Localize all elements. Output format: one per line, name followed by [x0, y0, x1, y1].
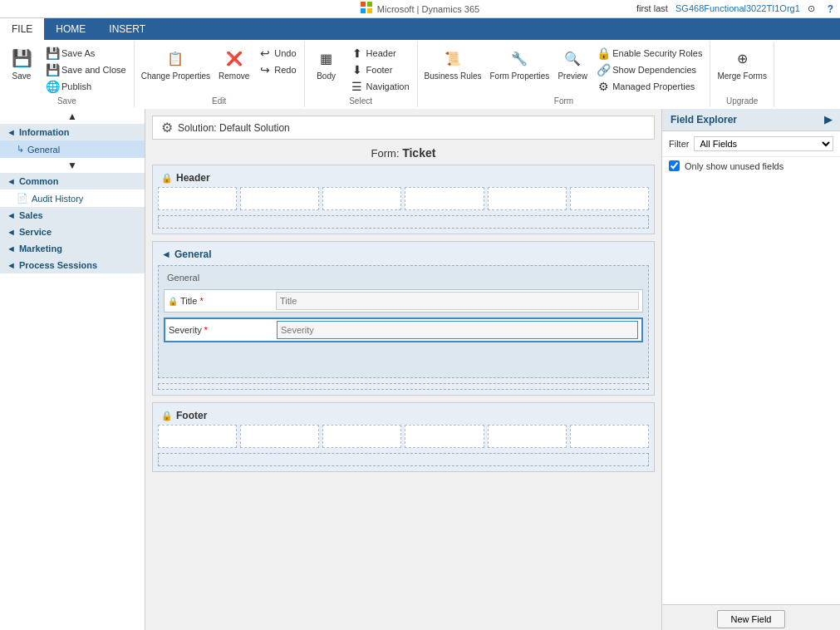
unused-fields-row: Only show unused fields [662, 157, 840, 175]
unused-fields-checkbox[interactable] [669, 160, 680, 171]
publish-icon: 🌐 [46, 80, 59, 93]
audit-history-icon: 📄 [17, 193, 28, 204]
nav-section-sales[interactable]: ◄ Sales [0, 207, 145, 224]
body-button[interactable]: ▦ Body [308, 43, 345, 83]
filter-select[interactable]: All FieldsRequired FieldsCustom Fields [694, 136, 833, 151]
managed-properties-button[interactable]: ⚙ Managed Properties [594, 78, 705, 95]
header-cell-4[interactable] [405, 187, 484, 210]
ribbon-group-upgrade: ⊕ Merge Forms Upgrade [710, 42, 774, 107]
enable-security-button[interactable]: 🔒 Enable Security Roles [594, 45, 705, 62]
user-settings-icon[interactable]: ⊙ [808, 3, 815, 13]
tab-home[interactable]: HOME [44, 18, 97, 40]
merge-forms-label: Merge Forms [717, 71, 766, 81]
brand-text: Microsoft | Dynamics 365 [377, 4, 479, 14]
nav-section-common[interactable]: ◄ Common [0, 173, 145, 189]
solution-bar: ⚙ Solution: Default Solution [152, 116, 655, 140]
svg-rect-2 [361, 8, 366, 13]
preview-button[interactable]: 🔍 Preview [554, 43, 591, 83]
nav-item-audit-history[interactable]: 📄 Audit History [0, 189, 145, 207]
save-close-button[interactable]: 💾 Save and Close [43, 62, 129, 78]
footer-cell-2[interactable] [240, 425, 319, 448]
header-button[interactable]: ⬆ Header [348, 45, 412, 62]
general-arrow-icon: ◄ [161, 249, 171, 260]
ribbon-group-select: ▦ Body ⬆ Header ⬇ Footer ☰ Navigation Se… [305, 42, 418, 107]
header-cell-5[interactable] [488, 187, 567, 210]
nav-arrow-sales: ◄ [7, 210, 16, 220]
form-properties-icon: 🔧 [506, 45, 533, 71]
header-bottom-strip [158, 215, 649, 229]
form-title-bar: Form: Ticket [152, 143, 655, 165]
publish-button[interactable]: 🌐 Publish [43, 78, 129, 95]
svg-rect-0 [361, 2, 366, 7]
unused-fields-label: Only show unused fields [685, 161, 784, 171]
app-brand: Microsoft | Dynamics 365 [361, 2, 479, 16]
nav-scroll-info-down[interactable]: ▼ [0, 158, 145, 173]
severity-input[interactable] [277, 321, 638, 339]
undo-redo-col: ↩ Undo ↪ Redo [254, 43, 300, 80]
header-footer-col: ⬆ Header ⬇ Footer ☰ Navigation [346, 43, 414, 96]
footer-section: 🔒 Footer [152, 402, 655, 472]
save-button[interactable]: 💾 Save [3, 43, 40, 83]
title-required: * [199, 296, 203, 306]
nav-item-general[interactable]: ↳ General [0, 140, 145, 158]
footer-cell-6[interactable] [570, 425, 649, 448]
nav-section-marketing[interactable]: ◄ Marketing [0, 240, 145, 257]
nav-arrow-process: ◄ [7, 260, 16, 270]
save-as-button[interactable]: 💾 Save As [43, 45, 129, 62]
severity-required: * [204, 325, 208, 335]
ribbon-group-save: 💾 Save 💾 Save As 💾 Save and Close 🌐 Publ… [0, 42, 135, 107]
header-section: 🔒 Header [152, 165, 655, 234]
nav-section-service[interactable]: ◄ Service [0, 224, 145, 240]
nav-arrow-service: ◄ [7, 227, 16, 237]
change-props-icon: 📋 [162, 45, 189, 71]
change-props-button[interactable]: 📋 Change Properties [138, 43, 214, 83]
nav-arrow-info: ◄ [7, 127, 16, 137]
general-section: ◄ General General 🔒 Title * Se [152, 241, 655, 396]
body-label: Body [317, 71, 336, 81]
remove-button[interactable]: ❌ Remove [215, 43, 253, 83]
header-cell-1[interactable] [158, 187, 237, 210]
footer-cell-5[interactable] [488, 425, 567, 448]
title-field-row[interactable]: 🔒 Title * [164, 289, 643, 313]
title-input[interactable] [276, 292, 639, 310]
nav-section-process-sessions[interactable]: ◄ Process Sessions [0, 257, 145, 273]
filter-label: Filter [669, 139, 689, 149]
severity-field-row[interactable]: Severity * [164, 317, 643, 342]
severity-field-label: Severity * [169, 325, 277, 335]
form-name: Ticket [402, 146, 435, 160]
nav-scroll-up[interactable]: ▲ [0, 109, 145, 124]
show-dependencies-button[interactable]: 🔗 Show Dependencies [594, 62, 705, 78]
merge-forms-button[interactable]: ⊕ Merge Forms [714, 43, 769, 83]
dependencies-icon: 🔗 [597, 63, 610, 76]
select-group-label: Select [349, 96, 372, 107]
header-cell-6[interactable] [570, 187, 649, 210]
solution-text: Solution: Default Solution [178, 122, 290, 134]
footer-cell-4[interactable] [405, 425, 484, 448]
undo-button[interactable]: ↩ Undo [256, 45, 298, 62]
svg-rect-3 [367, 8, 372, 13]
svg-rect-1 [367, 2, 372, 7]
footer-cell-1[interactable] [158, 425, 237, 448]
form-properties-button[interactable]: 🔧 Form Properties [487, 43, 553, 83]
new-field-button[interactable]: New Field [717, 610, 786, 628]
help-button[interactable]: ? [828, 3, 833, 15]
save-close-icon: 💾 [46, 63, 59, 76]
merge-forms-icon: ⊕ [729, 45, 755, 71]
navigation-button[interactable]: ☰ Navigation [348, 78, 412, 95]
tab-insert[interactable]: INSERT [97, 18, 157, 40]
business-rules-button[interactable]: 📜 Business Rules [421, 43, 485, 83]
redo-button[interactable]: ↪ Redo [256, 62, 298, 78]
header-icon: ⬆ [351, 47, 364, 60]
footer-cell-3[interactable] [322, 425, 401, 448]
save-label: Save [12, 71, 32, 81]
user-info: first last SG468Functional3022TI1Org1 ⊙ [636, 3, 815, 14]
header-cell-2[interactable] [240, 187, 319, 210]
right-panel: Field Explorer ▶ Filter All FieldsRequir… [661, 109, 840, 630]
header-cell-3[interactable] [322, 187, 401, 210]
footer-button[interactable]: ⬇ Footer [348, 62, 412, 78]
general-section-title: ◄ General [158, 247, 649, 265]
save-group-content: 💾 Save 💾 Save As 💾 Save and Close 🌐 Publ… [3, 43, 130, 96]
nav-section-information[interactable]: ◄ Information [0, 124, 145, 140]
field-explorer-expand-icon[interactable]: ▶ [824, 114, 832, 126]
tab-file[interactable]: FILE [0, 18, 44, 40]
